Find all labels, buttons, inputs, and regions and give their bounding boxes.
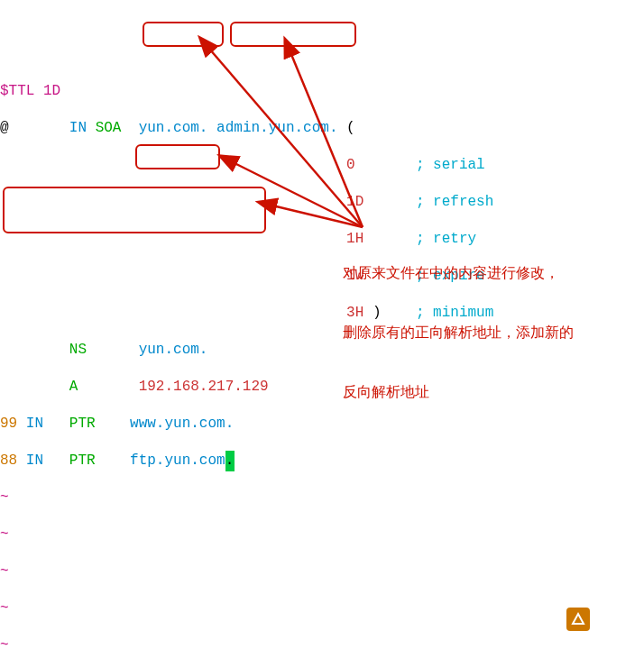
zone-line-ptr2: 88 IN PTR ftp.yun.com. xyxy=(0,451,644,471)
zone-line-soa: @ IN SOA yun.com. admin.yun.com. ( xyxy=(0,118,644,139)
empty-line-tilde: ~ xyxy=(0,635,644,656)
highlight-box-admin xyxy=(230,22,356,47)
empty-line-tilde: ~ xyxy=(0,488,644,508)
annotation-text: 对原来文件在中的内容进行修改， 删除原有的正向解析地址，添加新的 反向解析地址 xyxy=(343,224,574,422)
empty-line-tilde: ~ xyxy=(0,599,644,619)
watermark-logo-icon xyxy=(566,608,590,631)
empty-line-tilde: ~ xyxy=(0,525,644,545)
cursor-icon: . xyxy=(225,451,235,471)
highlight-box-yun xyxy=(143,22,224,47)
watermark-label: 创新互联 xyxy=(593,611,644,627)
empty-line-tilde: ~ xyxy=(0,562,644,582)
zone-line-ttl: $TTL 1D xyxy=(0,81,644,102)
zone-line-refresh: 1D ; refresh xyxy=(0,192,644,213)
zone-line-serial: 0 ; serial xyxy=(0,155,644,176)
watermark: 创新互联 xyxy=(566,608,644,631)
